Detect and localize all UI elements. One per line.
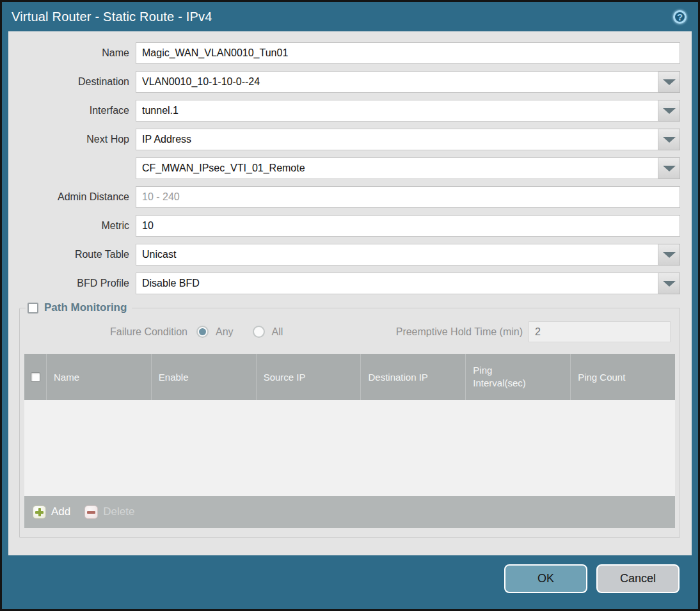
form-row-route-table: Route Table bbox=[19, 244, 680, 266]
static-route-dialog: Virtual Router - Static Route - IPv4 ? N… bbox=[0, 0, 700, 611]
failure-condition-all-radio bbox=[253, 326, 265, 338]
form-row-admin-distance: Admin Distance bbox=[19, 186, 680, 208]
route-table-field bbox=[136, 244, 680, 266]
chevron-down-icon bbox=[663, 252, 676, 258]
admin-distance-label: Admin Distance bbox=[19, 191, 136, 203]
table-column-ping-count: Ping Count bbox=[570, 354, 675, 400]
admin-distance-input[interactable] bbox=[136, 186, 680, 208]
name-input[interactable] bbox=[136, 42, 680, 64]
path-monitoring-table-header: Name Enable Source IP Destination IP Pin… bbox=[24, 354, 675, 400]
path-monitoring-table-body bbox=[24, 400, 675, 496]
help-icon[interactable]: ? bbox=[673, 10, 687, 24]
destination-input[interactable] bbox=[136, 71, 658, 93]
bfd-profile-label: BFD Profile bbox=[19, 278, 136, 289]
bfd-profile-field bbox=[136, 273, 680, 294]
form-row-metric: Metric bbox=[19, 215, 680, 237]
add-button-label: Add bbox=[51, 505, 70, 518]
metric-input[interactable] bbox=[136, 215, 680, 237]
route-table-label: Route Table bbox=[19, 249, 136, 260]
metric-label: Metric bbox=[19, 220, 136, 232]
interface-field bbox=[136, 100, 680, 122]
path-monitoring-checkbox[interactable] bbox=[28, 303, 38, 313]
table-column-destination-ip: Destination IP bbox=[360, 354, 465, 400]
bfd-profile-dropdown-button[interactable] bbox=[658, 273, 680, 294]
destination-field bbox=[136, 71, 680, 93]
form-row-destination: Destination bbox=[19, 71, 680, 93]
chevron-down-icon bbox=[663, 137, 676, 143]
next-hop-field bbox=[136, 129, 680, 150]
table-column-ping-interval: Ping Interval(sec) bbox=[465, 354, 570, 400]
next-hop-type-input[interactable] bbox=[136, 129, 658, 150]
interface-dropdown-button[interactable] bbox=[658, 100, 680, 122]
next-hop-label: Next Hop bbox=[19, 134, 136, 145]
next-hop-address-field bbox=[136, 157, 680, 179]
preemptive-hold-time-input bbox=[529, 321, 671, 342]
chevron-down-icon bbox=[663, 281, 676, 287]
path-monitoring-section: Path Monitoring Failure Condition Any Al… bbox=[19, 301, 680, 538]
destination-label: Destination bbox=[19, 76, 136, 88]
dialog-title: Virtual Router - Static Route - IPv4 bbox=[12, 10, 212, 24]
destination-dropdown-button[interactable] bbox=[658, 71, 680, 93]
ok-button[interactable]: OK bbox=[504, 564, 587, 593]
add-button[interactable]: Add bbox=[33, 505, 70, 519]
admin-distance-field bbox=[136, 186, 680, 208]
table-select-all-column bbox=[24, 354, 46, 400]
select-all-checkbox bbox=[31, 372, 40, 382]
cancel-button[interactable]: Cancel bbox=[596, 564, 680, 593]
interface-input[interactable] bbox=[136, 100, 658, 122]
form-row-next-hop-address bbox=[19, 157, 680, 179]
table-column-source-ip: Source IP bbox=[256, 354, 361, 400]
failure-condition-any-label: Any bbox=[216, 326, 234, 338]
route-table-dropdown-button[interactable] bbox=[658, 244, 680, 266]
interface-label: Interface bbox=[19, 105, 136, 116]
form-row-name: Name bbox=[19, 42, 680, 64]
add-icon bbox=[33, 505, 46, 519]
delete-button: Delete bbox=[84, 505, 134, 519]
table-column-name: Name bbox=[46, 354, 151, 400]
dialog-body: Name Destination Interface Next Hop bbox=[8, 31, 692, 555]
path-monitoring-title: Path Monitoring bbox=[44, 301, 127, 314]
bfd-profile-input[interactable] bbox=[136, 273, 658, 294]
chevron-down-icon bbox=[663, 166, 676, 171]
table-column-enable: Enable bbox=[151, 354, 256, 400]
route-table-input[interactable] bbox=[136, 244, 658, 266]
next-hop-address-input[interactable] bbox=[136, 157, 658, 179]
delete-button-label: Delete bbox=[103, 505, 134, 518]
failure-condition-any-radio bbox=[196, 326, 209, 338]
failure-condition-label: Failure Condition bbox=[24, 326, 187, 338]
chevron-down-icon bbox=[663, 79, 676, 85]
chevron-down-icon bbox=[663, 108, 676, 114]
path-monitoring-legend: Path Monitoring bbox=[26, 301, 132, 314]
preemptive-hold-time-label: Preemptive Hold Time (min) bbox=[396, 326, 523, 338]
next-hop-address-dropdown-button[interactable] bbox=[658, 157, 680, 179]
delete-icon bbox=[84, 505, 98, 519]
metric-field bbox=[136, 215, 680, 237]
failure-condition-row: Failure Condition Any All Preemptive Hol… bbox=[24, 320, 675, 344]
dialog-titlebar: Virtual Router - Static Route - IPv4 ? bbox=[2, 2, 698, 31]
name-field bbox=[136, 42, 680, 64]
form-row-interface: Interface bbox=[19, 100, 680, 122]
next-hop-dropdown-button[interactable] bbox=[658, 129, 680, 150]
name-label: Name bbox=[19, 47, 136, 59]
failure-condition-all-label: All bbox=[272, 326, 283, 338]
form-row-bfd-profile: BFD Profile bbox=[19, 273, 680, 294]
dialog-footer: OK Cancel bbox=[504, 564, 680, 593]
form-row-next-hop: Next Hop bbox=[19, 129, 680, 150]
path-monitoring-table-toolbar: Add Delete bbox=[24, 496, 675, 528]
